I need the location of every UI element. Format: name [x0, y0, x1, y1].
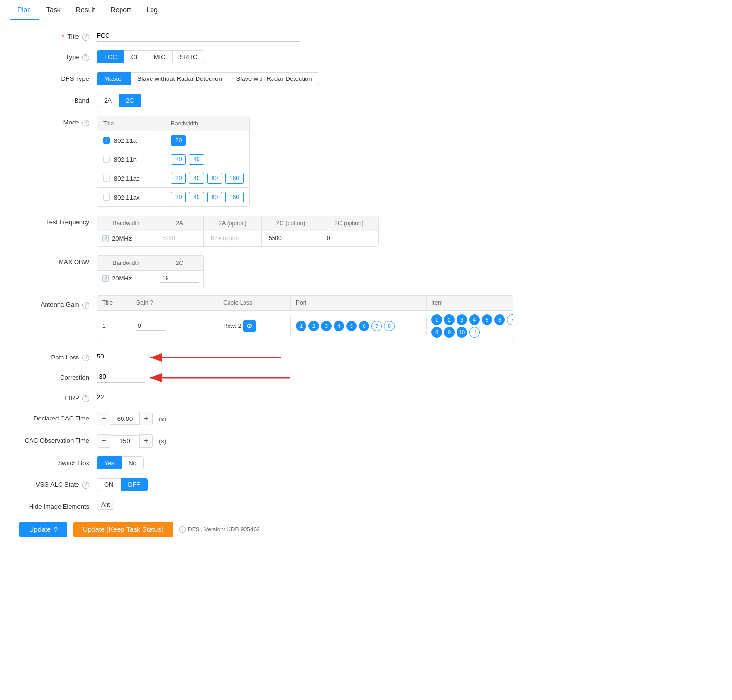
- item-btn-3[interactable]: 3: [457, 314, 467, 325]
- gain-help-icon[interactable]: ?: [150, 299, 153, 306]
- item-btn-11[interactable]: 11: [469, 327, 480, 338]
- item-btn-1[interactable]: 1: [431, 314, 442, 325]
- item-btn-6[interactable]: 6: [494, 314, 505, 325]
- antenna-help-icon[interactable]: ?: [82, 302, 89, 309]
- ant-gain-input[interactable]: [136, 322, 165, 331]
- vsg-help-icon[interactable]: ?: [82, 482, 89, 489]
- correction-label: Correction: [19, 371, 97, 381]
- port-btn-1[interactable]: 1: [296, 321, 306, 331]
- antenna-gain-row: Antenna Gain ? Title Gain ? Cable Loss P…: [19, 295, 513, 342]
- tab-log[interactable]: Log: [139, 0, 166, 20]
- version-text: DFS , Version: KDB 905462: [188, 526, 260, 533]
- update-keep-button[interactable]: Update (Keep Task Status): [73, 522, 173, 537]
- dfs-btn-slave-radar[interactable]: Slave with Radar Detection: [229, 72, 320, 85]
- freq-header-bw: Bandwidth: [97, 216, 155, 231]
- bw-btn-80211ax-20[interactable]: 20: [171, 192, 186, 202]
- path-loss-input[interactable]: [97, 351, 145, 362]
- dfs-btn-slave-no-radar[interactable]: Slave without Radar Detection: [130, 72, 229, 85]
- cac-time-minus[interactable]: −: [97, 412, 110, 425]
- switch-yes-btn[interactable]: Yes: [97, 456, 122, 469]
- port-btn-3[interactable]: 3: [321, 321, 332, 331]
- ant-gear-btn[interactable]: ⚙: [243, 320, 256, 332]
- eirp-input[interactable]: [97, 391, 145, 403]
- vsg-on-btn[interactable]: ON: [97, 478, 121, 491]
- mode-help-icon[interactable]: ?: [82, 120, 89, 126]
- hide-elements-row: Hide Image Elements Ant: [19, 500, 513, 510]
- title-input[interactable]: [97, 30, 300, 42]
- dfs-btn-master[interactable]: Master: [97, 72, 131, 85]
- bw-btn-80211ac-160[interactable]: 160: [225, 173, 244, 184]
- port-btn-5[interactable]: 5: [346, 321, 357, 331]
- bw-btn-80211n-40[interactable]: 40: [189, 154, 204, 165]
- port-btn-4[interactable]: 4: [334, 321, 344, 331]
- band-btn-2c[interactable]: 2C: [119, 94, 141, 107]
- item-btn-2[interactable]: 2: [444, 314, 455, 325]
- port-btn-6[interactable]: 6: [359, 321, 369, 331]
- cac-obs-plus[interactable]: +: [139, 434, 153, 448]
- update-button[interactable]: Update ?: [19, 522, 67, 537]
- tab-report[interactable]: Report: [103, 0, 139, 20]
- bw-btn-80211ax-80[interactable]: 80: [207, 192, 222, 202]
- mode-check-80211n[interactable]: [103, 156, 110, 163]
- cac-obs-minus[interactable]: −: [97, 434, 110, 448]
- freq-2c-opt1-input[interactable]: [267, 234, 305, 243]
- type-btn-srrc[interactable]: SRRC: [172, 50, 205, 63]
- eirp-help-icon[interactable]: ?: [82, 395, 89, 402]
- type-btn-mic[interactable]: MIC: [147, 50, 173, 63]
- port-btn-2[interactable]: 2: [308, 321, 319, 331]
- bw-btn-80211ax-160[interactable]: 160: [225, 192, 244, 202]
- mode-check-80211a[interactable]: [103, 137, 110, 144]
- band-btn-2a[interactable]: 2A: [97, 94, 119, 107]
- vsg-row: VSG ALC State ? ON OFF: [19, 478, 513, 491]
- item-btn-9[interactable]: 9: [444, 327, 455, 338]
- item-btn-4[interactable]: 4: [469, 314, 480, 325]
- bw-btn-80211ac-20[interactable]: 20: [171, 173, 186, 184]
- bw-btn-80211ac-40[interactable]: 40: [189, 173, 204, 184]
- hide-tag-ant[interactable]: Ant: [97, 500, 114, 510]
- type-btn-fcc[interactable]: FCC: [97, 50, 124, 63]
- cac-time-stepper: − 60.00 +: [97, 412, 153, 425]
- freq-2a-input[interactable]: [160, 234, 199, 243]
- obw-check-20[interactable]: [102, 275, 109, 282]
- correction-input[interactable]: [97, 371, 145, 383]
- item-btn-8[interactable]: 8: [431, 327, 442, 338]
- type-btn-ce[interactable]: CE: [124, 50, 147, 63]
- bw-btn-80211ax-40[interactable]: 40: [189, 192, 204, 202]
- mode-check-80211ax[interactable]: [103, 194, 110, 201]
- cac-time-plus[interactable]: +: [139, 412, 153, 425]
- item-btn-7[interactable]: 7: [507, 314, 513, 325]
- bw-btn-80211n-20[interactable]: 20: [171, 154, 186, 165]
- update-help-icon[interactable]: ?: [54, 526, 58, 533]
- title-help-icon[interactable]: ?: [82, 34, 89, 41]
- ant-title-val: 1: [102, 323, 106, 329]
- tab-result[interactable]: Result: [68, 0, 103, 20]
- switch-no-btn[interactable]: No: [121, 456, 144, 469]
- mode-row: Mode ? Title Bandwidth 802.11a 20: [19, 116, 513, 207]
- freq-2a-opt-input[interactable]: [209, 234, 247, 243]
- obw-row-1: 20MHz: [97, 270, 204, 286]
- obw-2c-input[interactable]: [160, 274, 199, 283]
- switch-box-row: Switch Box Yes No: [19, 456, 513, 469]
- ant-item-cell: 1 2 3 4 5 6 7 8 9 10 11: [427, 311, 513, 342]
- vsg-off-btn[interactable]: OFF: [121, 478, 148, 491]
- freq-row-1: 20MHz: [97, 231, 378, 246]
- freq-2c-opt2-input[interactable]: [325, 234, 364, 243]
- freq-check-20[interactable]: [102, 235, 109, 242]
- port-btn-8[interactable]: 8: [384, 321, 395, 331]
- type-help-icon[interactable]: ?: [82, 54, 89, 61]
- ant-cable-cell: Row: 2 ⚙: [218, 316, 291, 336]
- item-btn-5[interactable]: 5: [482, 314, 492, 325]
- cac-obs-label: CAC Observation Time: [19, 434, 97, 444]
- path-loss-help-icon[interactable]: ?: [82, 355, 89, 361]
- max-obw-label: MAX OBW: [19, 255, 97, 265]
- bw-btn-80211ac-80[interactable]: 80: [207, 173, 222, 184]
- item-btn-10[interactable]: 10: [457, 327, 467, 338]
- ant-col-item: Item: [427, 296, 513, 310]
- cac-obs-value: 150: [110, 435, 139, 447]
- port-btn-7[interactable]: 7: [371, 321, 382, 331]
- tab-task[interactable]: Task: [39, 0, 68, 20]
- bw-btn-80211a-20[interactable]: 20: [171, 135, 186, 146]
- mode-check-80211ac[interactable]: [103, 175, 110, 182]
- tab-plan[interactable]: Plan: [10, 0, 39, 20]
- mode-table: Title Bandwidth 802.11a 20: [97, 116, 250, 207]
